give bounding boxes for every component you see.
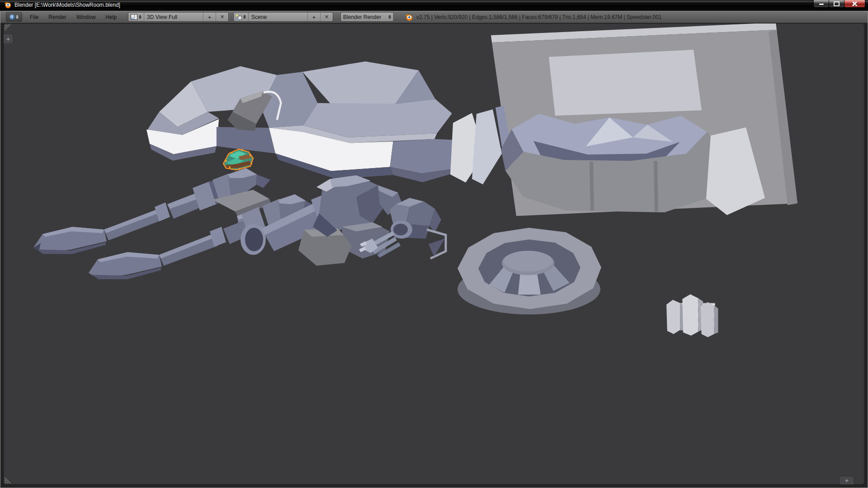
close-button[interactable] [844,0,865,8]
title-bar[interactable]: Blender [E:\Work\Models\ShowRoom.blend] [0,0,868,11]
menu-render[interactable]: Render [43,13,71,22]
blender-window: Blender [E:\Work\Models\ShowRoom.blend] … [0,0,868,488]
delete-layout-button[interactable]: ✕ [216,13,228,21]
model-tiny-textured-tank[interactable] [223,149,253,170]
scene-icon [236,14,242,20]
viewport-3d[interactable]: + + [4,23,864,484]
editor-type-button[interactable]: i [6,12,22,22]
model-cargo-bed-backdrop[interactable] [450,23,797,216]
viewport-canvas [4,23,864,484]
window-frame: i File Render Window Help 3D View Full +… [0,11,868,488]
menu-bar: File Render Window Help [25,13,122,22]
minimize-icon [819,4,824,5]
screen-layout-icon [131,14,137,20]
minimize-button[interactable] [813,0,829,8]
render-engine-dropdown[interactable]: Blender Render [340,12,394,22]
model-turret-dome[interactable] [458,228,601,314]
model-heavy-cannon[interactable] [241,175,402,266]
layout-spinner-icon [139,15,142,19]
engine-spinner-icon [388,15,391,19]
expand-properties-button[interactable]: + [840,477,854,484]
restore-icon [834,1,840,6]
menu-window[interactable]: Window [71,13,101,22]
scene-name[interactable]: Scene [249,13,308,21]
render-engine-value: Blender Render [343,14,381,20]
screen-layout-name[interactable]: 3D View Full [144,13,203,21]
blender-app-icon [4,1,11,9]
scene-spinner-icon [243,15,246,19]
scene-dropdown[interactable] [234,13,249,21]
expand-toolshelf-button[interactable]: + [4,34,13,43]
blender-logo-icon [405,13,413,21]
restore-button[interactable] [829,0,844,8]
scene-statistics: v2.75 | Verts:920/920 | Edges:1,586/1,58… [416,14,661,20]
info-header: i File Render Window Help 3D View Full +… [0,11,868,23]
info-editor-icon: i [9,14,15,20]
menu-file[interactable]: File [25,13,43,22]
scene-selector: Scene + ✕ [233,12,333,22]
menu-help[interactable]: Help [100,13,122,22]
delete-scene-button[interactable]: ✕ [321,13,333,21]
window-title: Blender [E:\Work\Models\ShowRoom.blend] [14,2,120,8]
add-scene-button[interactable]: + [308,13,321,21]
screen-layout-dropdown[interactable] [128,13,144,21]
add-layout-button[interactable]: + [203,13,216,21]
editor-spinner-icon [16,15,19,19]
close-icon [852,1,857,6]
model-tank-hull[interactable] [146,61,481,182]
screen-layout-selector: 3D View Full + ✕ [128,12,229,22]
model-track-roller[interactable] [666,294,718,337]
